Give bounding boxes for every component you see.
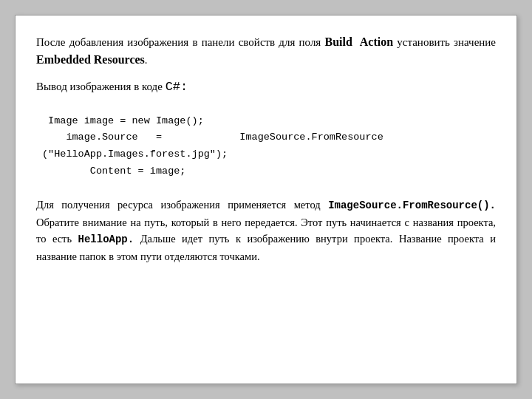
csharp-label: C#:	[166, 80, 188, 94]
subtitle: Вывод изображения в коде C#:	[36, 78, 496, 97]
description-paragraph: Для получения ресурса изображения примен…	[36, 197, 496, 265]
embedded-resources-label: Embedded Resources	[36, 53, 145, 66]
project-name-ref: HelloApp.	[78, 233, 134, 245]
code-block: Image image = new Image(); image.Source …	[36, 110, 496, 184]
intro-text-before: После добавления изображения в панели св…	[36, 36, 324, 48]
content-card: После добавления изображения в панели св…	[15, 15, 517, 384]
intro-text-end: .	[145, 54, 148, 66]
code-line-1: Image image = new Image();	[42, 113, 496, 130]
intro-text-middle: установить значение	[393, 36, 496, 48]
desc-part1: Для получения ресурса изображения примен…	[36, 199, 328, 211]
image-source-ref: ImageSource.FromResource().	[328, 200, 496, 211]
code-line-3: ("HelloApp.Images.forest.jpg");	[42, 146, 496, 163]
subtitle-text: Вывод изображения в коде	[36, 81, 166, 92]
code-line-4: Content = image;	[42, 163, 496, 180]
intro-paragraph: После добавления изображения в панели св…	[36, 33, 496, 69]
code-line-2: image.Source = ImageSource.FromResource	[42, 129, 496, 146]
build-action-label: Build Action	[324, 35, 393, 48]
